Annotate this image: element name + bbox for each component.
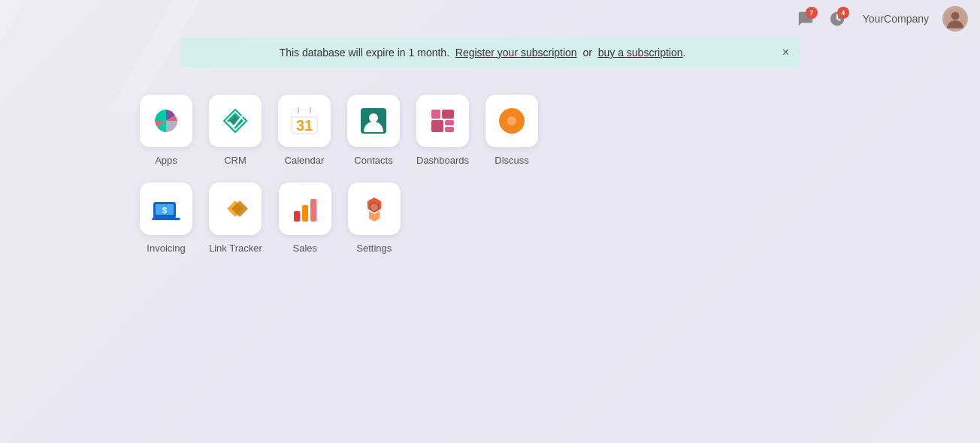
messages-button[interactable]: 7 [794,7,818,31]
link-tracker-label: Link Tracker [209,243,262,254]
avatar[interactable] [942,6,968,32]
calendar-icon: 31 [278,95,331,147]
contacts-label: Contacts [354,155,392,166]
app-row-1: Apps CRM [135,90,543,170]
dashboards-icon [416,95,469,147]
apps-icon [140,95,192,147]
topbar-icons: 7 4 YourCompany [794,6,968,32]
svg-text:31: 31 [296,117,313,134]
svg-rect-27 [294,211,300,222]
sales-icon [279,182,331,235]
topbar: 7 4 YourCompany [0,0,980,38]
svg-point-30 [371,203,378,211]
svg-rect-16 [431,110,440,119]
messages-badge: 7 [806,7,818,19]
svg-rect-18 [431,120,443,132]
app-item-contacts[interactable]: Contacts [343,90,404,170]
settings-icon [348,182,401,235]
dashboards-label: Dashboards [416,155,469,166]
svg-rect-29 [310,199,316,222]
banner-text-after: . [683,47,686,59]
app-item-settings[interactable]: Settings [343,178,405,258]
banner-text-middle: or [582,47,591,59]
buy-subscription-link[interactable]: buy a subscription [598,47,683,59]
svg-point-22 [507,116,516,125]
app-item-crm[interactable]: CRM [204,90,266,170]
company-name[interactable]: YourCompany [863,13,929,25]
subscription-banner: This database will expire in 1 month. Re… [180,38,800,68]
crm-icon [209,95,262,147]
svg-rect-25 [152,218,180,220]
app-item-sales[interactable]: Sales [274,178,336,258]
svg-rect-17 [442,110,454,119]
app-item-invoicing[interactable]: $ Invoicing [135,178,197,258]
app-row-2: $ Invoicing Link Tracker [135,178,405,258]
svg-rect-20 [445,127,454,132]
app-item-dashboards[interactable]: Dashboards [412,90,473,170]
register-subscription-link[interactable]: Register your subscription [455,47,577,59]
svg-point-4 [951,12,960,20]
banner-text-before: This database will expire in 1 month. [280,47,449,59]
app-item-apps[interactable]: Apps [135,90,197,170]
discuss-label: Discuss [495,155,529,166]
link-tracker-icon [209,182,262,235]
activities-badge: 4 [837,7,849,19]
settings-label: Settings [356,243,392,254]
invoicing-icon: $ [140,182,192,235]
apps-label: Apps [155,155,177,166]
activities-button[interactable]: 4 [825,7,849,31]
crm-label: CRM [224,155,247,166]
svg-rect-19 [445,120,454,125]
app-item-calendar[interactable]: 31 Calendar [274,90,335,170]
svg-rect-28 [302,205,308,222]
app-item-discuss[interactable]: Discuss [481,90,543,170]
invoicing-label: Invoicing [147,243,185,254]
discuss-icon [485,95,538,147]
svg-text:$: $ [162,206,167,215]
app-item-link-tracker[interactable]: Link Tracker [204,178,267,258]
app-grid: Apps CRM [0,68,980,288]
sales-label: Sales [293,243,318,254]
banner-close-button[interactable]: × [782,47,789,59]
contacts-icon [347,95,400,147]
calendar-label: Calendar [285,155,325,166]
svg-point-15 [369,113,378,122]
